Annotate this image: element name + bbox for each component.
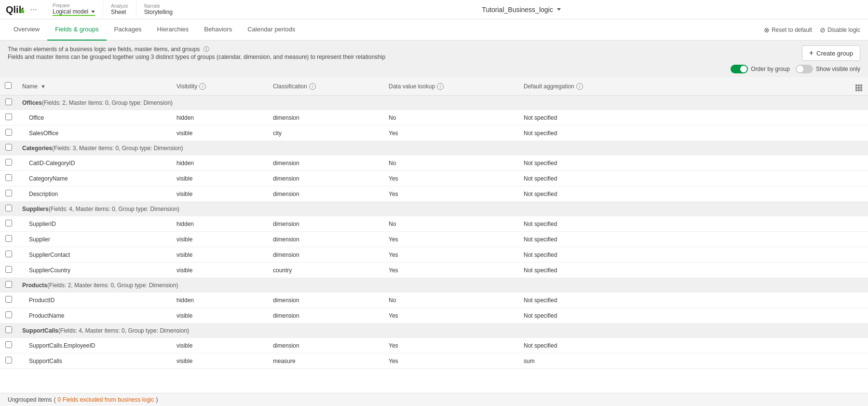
- row-name: Supplier: [17, 232, 172, 247]
- row-classification: dimension: [268, 216, 384, 232]
- classification-info-icon[interactable]: i: [309, 83, 316, 90]
- table-row[interactable]: SupplierCountry visible country Yes Not …: [0, 263, 868, 278]
- row-agg: sum: [519, 353, 868, 369]
- group-checkbox[interactable]: [5, 326, 12, 333]
- row-checkbox[interactable]: [5, 357, 12, 364]
- row-checkbox[interactable]: [5, 266, 12, 273]
- table-row[interactable]: SalesOffice visible city Yes Not specifi…: [0, 126, 868, 141]
- group-checkbox-cell: [0, 96, 17, 110]
- group-row[interactable]: Offices(Fields: 2, Master items: 0, Grou…: [0, 96, 868, 110]
- more-menu-button[interactable]: ···: [30, 4, 37, 14]
- nav-actions: ⊗ Reset to default ⊘ Disable logic: [764, 26, 868, 34]
- group-row[interactable]: SupportCalls(Fields: 4, Master items: 0,…: [0, 323, 868, 338]
- group-name: SupportCalls: [22, 327, 58, 334]
- header-classification: Classification i: [268, 77, 384, 96]
- header-checkbox-col: [0, 77, 17, 96]
- table-header-row: Name ▼ Visibility i Classification: [0, 77, 868, 96]
- table-row[interactable]: ProductID hidden dimension No Not specif…: [0, 293, 868, 308]
- bottom-bar: Ungrouped items ( 0 Fields excluded from…: [0, 393, 868, 406]
- row-agg: Not specified: [519, 110, 868, 126]
- reset-icon: ⊗: [764, 26, 770, 34]
- table-row[interactable]: SupportCalls visible measure Yes sum: [0, 353, 868, 369]
- row-dvl: Yes: [384, 232, 519, 247]
- table-row[interactable]: CatID-CategoryID hidden dimension No Not…: [0, 155, 868, 171]
- narrate-section: Narrate Storytelling: [136, 0, 180, 19]
- row-dvl: No: [384, 155, 519, 171]
- tab-fields-groups[interactable]: Fields & groups: [47, 19, 106, 41]
- select-all-checkbox[interactable]: [5, 82, 12, 89]
- row-checkbox[interactable]: [5, 174, 12, 181]
- group-row[interactable]: Categories(Fields: 3, Master items: 0, G…: [0, 141, 868, 155]
- group-row[interactable]: Products(Fields: 2, Master items: 0, Gro…: [0, 278, 868, 293]
- table-row[interactable]: CategoryName visible dimension Yes Not s…: [0, 171, 868, 186]
- tab-hierarchies[interactable]: Hierarchies: [149, 19, 197, 41]
- excluded-text[interactable]: Fields excluded from business logic: [63, 396, 154, 403]
- row-name: SupplierID: [17, 216, 172, 232]
- ungrouped-label: Ungrouped items: [8, 396, 52, 403]
- row-checkbox[interactable]: [5, 220, 12, 226]
- prepare-dropdown-icon: [91, 11, 95, 13]
- row-checkbox[interactable]: [5, 251, 12, 257]
- app-name[interactable]: Tutorial_Business_logic: [482, 6, 560, 14]
- tab-calendar-periods[interactable]: Calendar periods: [240, 19, 303, 41]
- svg-point-1: [20, 9, 24, 13]
- narrate-value[interactable]: Storytelling: [144, 9, 173, 15]
- table-row[interactable]: SupplierContact visible dimension Yes No…: [0, 247, 868, 263]
- group-row[interactable]: Suppliers(Fields: 4, Master items: 0, Gr…: [0, 202, 868, 216]
- group-checkbox[interactable]: [5, 205, 12, 211]
- tab-packages[interactable]: Packages: [107, 19, 149, 41]
- row-dvl: No: [384, 293, 519, 308]
- table-row[interactable]: Supplier visible dimension Yes Not speci…: [0, 232, 868, 247]
- row-name: CatID-CategoryID: [17, 155, 172, 171]
- group-meta: (Fields: 2, Master items: 0, Group type:…: [42, 99, 173, 106]
- order-by-group-toggle[interactable]: [731, 65, 748, 73]
- header-visibility: Visibility i: [172, 77, 268, 96]
- analyze-value[interactable]: Sheet: [111, 9, 128, 15]
- visibility-info-icon[interactable]: i: [199, 83, 206, 90]
- row-agg: Not specified: [519, 338, 868, 353]
- group-checkbox[interactable]: [5, 98, 12, 105]
- row-checkbox[interactable]: [5, 113, 12, 120]
- info-title-icon[interactable]: ⓘ: [203, 46, 209, 53]
- row-agg: Not specified: [519, 247, 868, 263]
- row-classification: dimension: [268, 338, 384, 353]
- show-visible-only-toggle[interactable]: [796, 65, 813, 73]
- disable-logic-button[interactable]: ⊘ Disable logic: [820, 26, 860, 34]
- column-settings-icon[interactable]: [854, 81, 863, 91]
- group-name: Suppliers: [22, 206, 49, 212]
- row-name: SalesOffice: [17, 126, 172, 141]
- group-checkbox[interactable]: [5, 281, 12, 288]
- row-classification: dimension: [268, 308, 384, 323]
- table-row[interactable]: ProductName visible dimension Yes Not sp…: [0, 308, 868, 323]
- prepare-value[interactable]: Logical model: [53, 8, 95, 16]
- row-checkbox-cell: [0, 308, 17, 323]
- table-row[interactable]: SupportCalls.EmployeeID visible dimensio…: [0, 338, 868, 353]
- agg-info-icon[interactable]: i: [576, 83, 583, 90]
- row-checkbox[interactable]: [5, 341, 12, 348]
- tab-overview[interactable]: Overview: [6, 19, 47, 41]
- group-checkbox[interactable]: [5, 144, 12, 151]
- create-group-button[interactable]: + Create group: [802, 45, 860, 61]
- row-checkbox[interactable]: [5, 190, 12, 196]
- row-classification: measure: [268, 353, 384, 369]
- name-filter-icon[interactable]: ▼: [41, 84, 46, 89]
- row-checkbox-cell: [0, 293, 17, 308]
- row-checkbox[interactable]: [5, 159, 12, 166]
- table-row[interactable]: SupplierID hidden dimension No Not speci…: [0, 216, 868, 232]
- dvl-info-icon[interactable]: i: [437, 83, 444, 90]
- excluded-count[interactable]: 0: [57, 396, 61, 403]
- row-checkbox[interactable]: [5, 311, 12, 318]
- table-row[interactable]: Description visible dimension Yes Not sp…: [0, 186, 868, 202]
- table-row[interactable]: Office hidden dimension No Not specified: [0, 110, 868, 126]
- row-name: SupplierCountry: [17, 263, 172, 278]
- row-visibility: hidden: [172, 110, 268, 126]
- reset-to-default-button[interactable]: ⊗ Reset to default: [764, 26, 812, 34]
- row-agg: Not specified: [519, 293, 868, 308]
- row-checkbox[interactable]: [5, 296, 12, 303]
- row-checkbox[interactable]: [5, 235, 12, 242]
- row-dvl: Yes: [384, 353, 519, 369]
- row-checkbox[interactable]: [5, 129, 12, 136]
- tab-behaviors[interactable]: Behaviors: [196, 19, 240, 41]
- row-classification: dimension: [268, 232, 384, 247]
- row-dvl: Yes: [384, 186, 519, 202]
